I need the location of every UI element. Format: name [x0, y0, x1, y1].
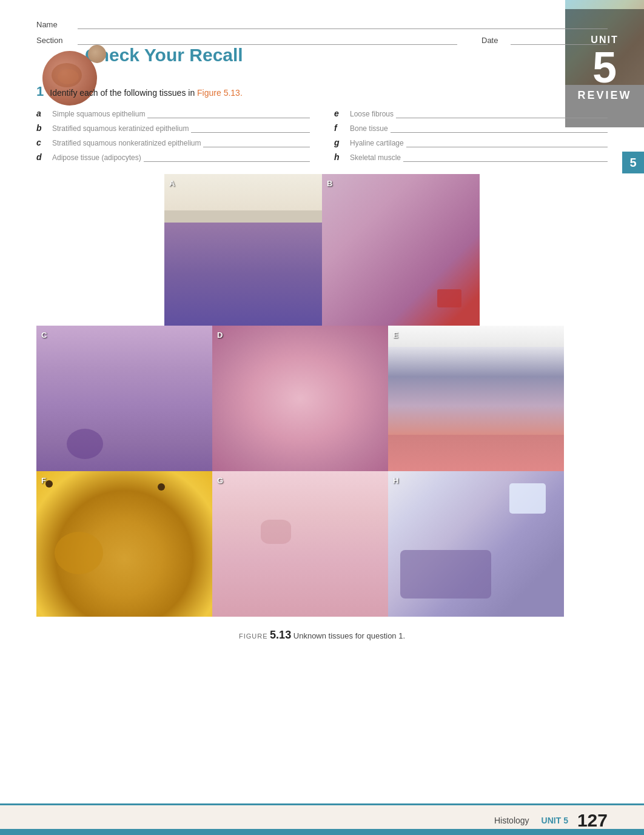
answer-text-a: Simple squamous epithelium — [52, 110, 145, 118]
image-F-label: F — [41, 476, 46, 485]
section-label: Section — [36, 36, 73, 45]
answer-line-a — [147, 109, 310, 118]
answer-label-a: a — [36, 109, 49, 118]
answer-row-c: c Stratified squamous nonkeratinized epi… — [36, 138, 310, 147]
image-E-label: E — [393, 330, 398, 340]
figure-reference: Figure 5.13. — [197, 88, 243, 98]
answer-col-2: e Loose fibrous f Bone tissue g Hyaline … — [334, 109, 608, 162]
answer-text-h: Skeletal muscle — [350, 153, 401, 162]
title-area: Check Your Recall — [85, 45, 243, 65]
brain-small-circle — [88, 45, 106, 63]
figure-label: FIGURE — [239, 632, 268, 640]
footer-page-number: 127 — [577, 810, 608, 831]
image-H-label: H — [393, 476, 398, 485]
answer-line-f — [391, 123, 608, 133]
page-title: Check Your Recall — [85, 45, 243, 65]
name-label: Name — [36, 20, 73, 29]
question-text: Identify each of the following tissues i… — [50, 88, 243, 98]
image-D: D — [212, 326, 388, 471]
answer-row-f: f Bone tissue — [334, 123, 608, 133]
answer-text-d: Adipose tissue (adipocytes) — [52, 153, 141, 162]
figure-number: 5.13 — [270, 629, 291, 641]
answer-line-b — [191, 123, 310, 133]
date-label: Date — [481, 36, 506, 45]
images-top-row: A B — [36, 174, 608, 326]
answer-line-d — [144, 152, 310, 162]
answer-text-g: Hyaline cartilage — [350, 139, 404, 147]
answer-row-a: a Simple squamous epithelium — [36, 109, 310, 118]
image-C-label: C — [41, 330, 47, 340]
answer-row-e: e Loose fibrous — [334, 109, 608, 118]
question-1-header: 1 Identify each of the following tissues… — [36, 84, 608, 99]
answer-row-h: h Skeletal muscle — [334, 152, 608, 162]
date-line — [511, 34, 608, 45]
answer-text-f: Bone tissue — [350, 124, 388, 133]
answer-text-c: Stratified squamous nonkeratinized epith… — [52, 139, 201, 147]
name-row: Name — [36, 18, 608, 29]
image-G-label: G — [217, 476, 223, 485]
image-E: E — [388, 326, 564, 471]
image-A-label: A — [169, 179, 175, 188]
main-content: 1 Identify each of the following tissues… — [0, 72, 644, 666]
answer-label-h: h — [334, 152, 346, 162]
answer-line-g — [406, 138, 608, 147]
footer-bottom-bar — [0, 829, 644, 835]
image-B-label: B — [327, 179, 332, 188]
image-F: F — [36, 471, 212, 617]
image-A: A — [164, 174, 322, 326]
answer-col-1: a Simple squamous epithelium b Stratifie… — [36, 109, 310, 162]
images-bottom-row: F G H — [36, 471, 608, 617]
footer-subject: Histology — [494, 816, 529, 825]
answer-line-h — [403, 152, 608, 162]
answer-line-e — [396, 109, 608, 118]
answer-label-f: f — [334, 123, 346, 133]
images-middle-row: C D E — [36, 326, 608, 471]
histology-images: A B C D — [36, 174, 608, 617]
answer-label-g: g — [334, 138, 346, 147]
image-C: C — [36, 326, 212, 471]
image-D-label: D — [217, 330, 223, 340]
answer-text-b: Stratified squamous keratinized epitheli… — [52, 124, 189, 133]
answer-grid: a Simple squamous epithelium b Stratifie… — [36, 109, 608, 162]
answer-label-e: e — [334, 109, 346, 118]
footer-unit: UNIT 5 — [542, 816, 568, 825]
image-G: G — [212, 471, 388, 617]
section-date-row: Section Date — [36, 34, 608, 45]
answer-label-c: c — [36, 138, 49, 147]
figure-caption-text: Unknown tissues for question 1. — [293, 631, 405, 640]
answer-row-b: b Stratified squamous keratinized epithe… — [36, 123, 310, 133]
image-B: B — [322, 174, 480, 326]
question-number: 1 — [36, 84, 44, 99]
answer-label-b: b — [36, 123, 49, 133]
answer-row-d: d Adipose tissue (adipocytes) — [36, 152, 310, 162]
answer-text-e: Loose fibrous — [350, 110, 394, 118]
image-H: H — [388, 471, 564, 617]
date-group: Date — [481, 34, 608, 45]
figure-caption: FIGURE 5.13 Unknown tissues for question… — [36, 629, 608, 642]
answer-row-g: g Hyaline cartilage — [334, 138, 608, 147]
header-section: Name Section Date — [0, 0, 644, 51]
answer-line-c — [203, 138, 310, 147]
name-line — [78, 18, 608, 29]
answer-label-d: d — [36, 152, 49, 162]
section-line — [78, 34, 457, 45]
